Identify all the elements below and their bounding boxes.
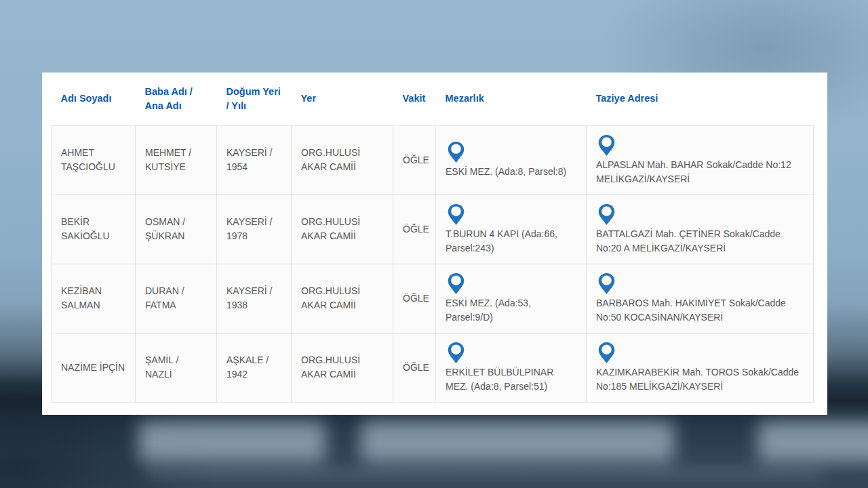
cell-time-text: ÖĞLE [403, 362, 429, 373]
cell-cemetery-content: T.BURUN 4 KAPI (Ada:66, Parsel:243) [446, 203, 576, 256]
cell-name-text: NAZİME İPÇİN [61, 362, 125, 373]
cell-place-text: ORG.HULUSİ AKAR CAMİİ [301, 216, 360, 241]
cell-name-text: KEZİBAN SALMAN [61, 285, 102, 310]
cell-name: AHMET TAŞCIOĞLU [52, 125, 136, 195]
cell-parents: MEHMET / KUTSİYE [136, 125, 217, 195]
cell-cemetery-text: T.BURUN 4 KAPI (Ada:66, Parsel:243) [446, 227, 576, 256]
cell-cemetery: ESKİ MEZ. (Ada:53, Parsel:9/D) [436, 264, 587, 333]
funeral-announcement-panel: Adı Soyadı Baba Adı / Ana Adı Doğum Yeri… [42, 73, 827, 415]
cell-condolence-address: KAZIMKARABEKİR Mah. TOROS Sokak/Cadde No… [587, 333, 814, 402]
column-header-time: Vakit [393, 73, 436, 125]
cell-parents-text: OSMAN / ŞÜKRAN [145, 216, 185, 241]
cell-birth-text: AŞKALE / 1942 [226, 354, 269, 380]
map-pin-icon[interactable] [597, 134, 616, 157]
cell-condolence-address-content: BARBAROS Mah. HAKİMİYET Sokak/Cadde No:5… [596, 272, 804, 325]
column-header-name: Adı Soyadı [52, 73, 136, 125]
cell-cemetery-content: ESKİ MEZ. (Ada:53, Parsel:9/D) [446, 272, 576, 325]
table-row: KEZİBAN SALMANDURAN / FATMAKAYSERİ / 193… [52, 264, 814, 333]
cell-parents-text: DURAN / FATMA [145, 285, 184, 310]
cell-place: ORG.HULUSİ AKAR CAMİİ [292, 333, 393, 402]
cell-time: ÖĞLE [393, 264, 436, 333]
map-pin-icon[interactable] [597, 203, 616, 226]
cell-time-text: ÖĞLE [403, 155, 429, 165]
cell-cemetery-text: ERKİLET BÜLBÜLPINAR MEZ. (Ada:8, Parsel:… [446, 365, 576, 394]
cell-birth: KAYSERİ / 1978 [217, 195, 292, 264]
cell-cemetery: ERKİLET BÜLBÜLPINAR MEZ. (Ada:8, Parsel:… [436, 333, 587, 402]
cell-cemetery-text: ESKİ MEZ. (Ada:8, Parsel:8) [446, 165, 566, 179]
cell-condolence-address-text: KAZIMKARABEKİR Mah. TOROS Sokak/Cadde No… [596, 365, 804, 394]
cell-parents: DURAN / FATMA [136, 264, 217, 333]
cell-time: ÖĞLE [393, 195, 436, 264]
cell-cemetery: ESKİ MEZ. (Ada:8, Parsel:8) [436, 125, 587, 195]
cell-condolence-address: ALPASLAN Mah. BAHAR Sokak/Cadde No:12 ME… [587, 125, 814, 195]
cell-name-text: BEKİR SAKİOĞLU [61, 216, 110, 241]
map-pin-icon[interactable] [447, 272, 465, 295]
cell-time: ÖĞLE [393, 125, 436, 195]
funeral-table: Adı Soyadı Baba Adı / Ana Adı Doğum Yeri… [51, 73, 814, 403]
table-row: NAZİME İPÇİNŞAMİL / NAZLİAŞKALE / 1942OR… [52, 333, 814, 402]
column-header-place: Yer [292, 73, 393, 125]
map-pin-icon[interactable] [597, 272, 616, 295]
cell-condolence-address-content: ALPASLAN Mah. BAHAR Sokak/Cadde No:12 ME… [596, 134, 804, 186]
cell-place-text: ORG.HULUSİ AKAR CAMİİ [301, 354, 360, 380]
cell-birth: KAYSERİ / 1938 [217, 264, 292, 333]
column-header-address: Taziye Adresi [587, 73, 814, 125]
cell-condolence-address: BARBAROS Mah. HAKİMİYET Sokak/Cadde No:5… [587, 264, 814, 333]
cell-condolence-address: BATTALGAZİ Mah. ÇETİNER Sokak/Cadde No:2… [587, 195, 814, 264]
cell-cemetery-content: ESKİ MEZ. (Ada:8, Parsel:8) [446, 141, 576, 179]
cell-birth: KAYSERİ / 1954 [217, 125, 292, 195]
cell-birth-text: KAYSERİ / 1938 [226, 285, 272, 310]
cell-parents: ŞAMİL / NAZLİ [136, 333, 217, 402]
cell-time-text: ÖĞLE [403, 293, 429, 304]
map-pin-icon[interactable] [447, 141, 465, 163]
cell-name-text: AHMET TAŞCIOĞLU [61, 147, 115, 172]
cell-birth: AŞKALE / 1942 [217, 333, 292, 402]
cell-condolence-address-content: BATTALGAZİ Mah. ÇETİNER Sokak/Cadde No:2… [596, 203, 804, 256]
table-header-row: Adı Soyadı Baba Adı / Ana Adı Doğum Yeri… [52, 73, 814, 125]
cell-time-text: ÖĞLE [403, 224, 429, 235]
blurred-background-block [361, 422, 674, 462]
cell-place: ORG.HULUSİ AKAR CAMİİ [292, 195, 393, 264]
column-header-birth: Doğum Yeri / Yılı [217, 73, 292, 125]
cell-birth-text: KAYSERİ / 1978 [226, 216, 272, 241]
blurred-background-block [139, 422, 326, 462]
cell-place: ORG.HULUSİ AKAR CAMİİ [292, 264, 393, 333]
cell-place: ORG.HULUSİ AKAR CAMİİ [292, 125, 393, 195]
cell-cemetery-content: ERKİLET BÜLBÜLPINAR MEZ. (Ada:8, Parsel:… [446, 342, 576, 394]
map-pin-icon[interactable] [447, 203, 465, 226]
cell-condolence-address-text: ALPASLAN Mah. BAHAR Sokak/Cadde No:12 ME… [596, 158, 804, 186]
column-header-parents: Baba Adı / Ana Adı [136, 73, 217, 125]
cell-name: BEKİR SAKİOĞLU [52, 195, 136, 264]
blurred-background-bar [146, 468, 824, 479]
cell-condolence-address-text: BATTALGAZİ Mah. ÇETİNER Sokak/Cadde No:2… [596, 227, 804, 256]
table-row: AHMET TAŞCIOĞLUMEHMET / KUTSİYEKAYSERİ /… [52, 125, 814, 195]
table-row: BEKİR SAKİOĞLUOSMAN / ŞÜKRANKAYSERİ / 19… [52, 195, 814, 264]
cell-parents-text: MEHMET / KUTSİYE [145, 147, 191, 172]
map-pin-icon[interactable] [447, 342, 465, 364]
cell-cemetery: T.BURUN 4 KAPI (Ada:66, Parsel:243) [436, 195, 587, 264]
cell-place-text: ORG.HULUSİ AKAR CAMİİ [301, 285, 360, 310]
blurred-background-block [758, 422, 868, 462]
cell-name: NAZİME İPÇİN [52, 333, 136, 402]
cell-parents-text: ŞAMİL / NAZLİ [145, 354, 178, 380]
cell-birth-text: KAYSERİ / 1954 [226, 147, 272, 172]
cell-cemetery-text: ESKİ MEZ. (Ada:53, Parsel:9/D) [446, 296, 576, 325]
cell-condolence-address-content: KAZIMKARABEKİR Mah. TOROS Sokak/Cadde No… [596, 342, 804, 394]
map-pin-icon[interactable] [597, 342, 616, 364]
cell-condolence-address-text: BARBAROS Mah. HAKİMİYET Sokak/Cadde No:5… [596, 296, 804, 325]
cell-name: KEZİBAN SALMAN [52, 264, 136, 333]
cell-time: ÖĞLE [393, 333, 436, 402]
cell-parents: OSMAN / ŞÜKRAN [136, 195, 217, 264]
column-header-cemetery: Mezarlık [436, 73, 587, 125]
cell-place-text: ORG.HULUSİ AKAR CAMİİ [301, 147, 360, 172]
